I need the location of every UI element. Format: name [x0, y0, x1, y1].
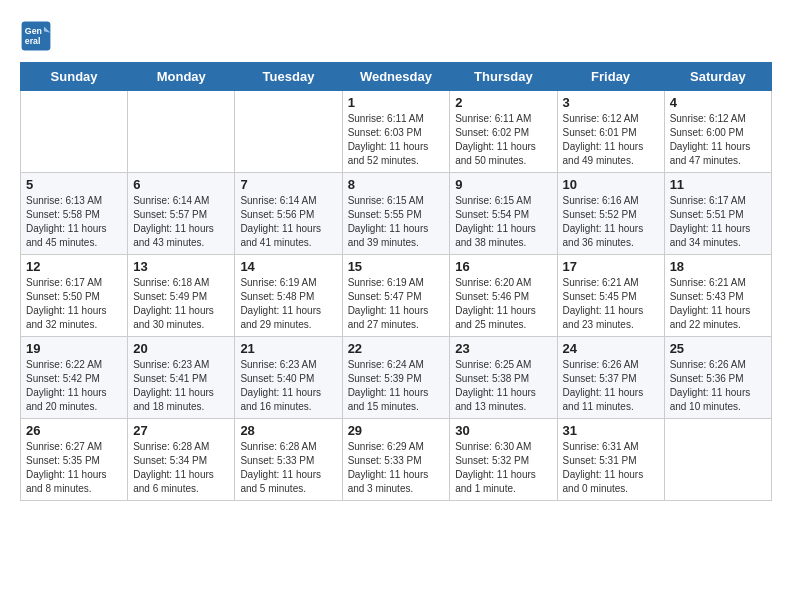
day-number: 8: [348, 177, 445, 192]
calendar-cell: 31Sunrise: 6:31 AM Sunset: 5:31 PM Dayli…: [557, 419, 664, 501]
day-number: 31: [563, 423, 659, 438]
day-number: 14: [240, 259, 336, 274]
day-info: Sunrise: 6:28 AM Sunset: 5:33 PM Dayligh…: [240, 440, 336, 496]
calendar-cell: 20Sunrise: 6:23 AM Sunset: 5:41 PM Dayli…: [128, 337, 235, 419]
calendar-header: SundayMondayTuesdayWednesdayThursdayFrid…: [21, 63, 772, 91]
svg-text:Gen: Gen: [25, 26, 42, 36]
day-info: Sunrise: 6:11 AM Sunset: 6:03 PM Dayligh…: [348, 112, 445, 168]
day-info: Sunrise: 6:31 AM Sunset: 5:31 PM Dayligh…: [563, 440, 659, 496]
day-number: 9: [455, 177, 551, 192]
calendar-cell: 7Sunrise: 6:14 AM Sunset: 5:56 PM Daylig…: [235, 173, 342, 255]
day-number: 16: [455, 259, 551, 274]
weekday-header-tuesday: Tuesday: [235, 63, 342, 91]
calendar-cell: 12Sunrise: 6:17 AM Sunset: 5:50 PM Dayli…: [21, 255, 128, 337]
day-info: Sunrise: 6:15 AM Sunset: 5:55 PM Dayligh…: [348, 194, 445, 250]
calendar-cell: 1Sunrise: 6:11 AM Sunset: 6:03 PM Daylig…: [342, 91, 450, 173]
calendar-cell: 25Sunrise: 6:26 AM Sunset: 5:36 PM Dayli…: [664, 337, 771, 419]
day-info: Sunrise: 6:16 AM Sunset: 5:52 PM Dayligh…: [563, 194, 659, 250]
calendar-cell: 17Sunrise: 6:21 AM Sunset: 5:45 PM Dayli…: [557, 255, 664, 337]
day-info: Sunrise: 6:26 AM Sunset: 5:36 PM Dayligh…: [670, 358, 766, 414]
calendar-cell: 30Sunrise: 6:30 AM Sunset: 5:32 PM Dayli…: [450, 419, 557, 501]
day-number: 15: [348, 259, 445, 274]
weekday-header-saturday: Saturday: [664, 63, 771, 91]
calendar-cell: 8Sunrise: 6:15 AM Sunset: 5:55 PM Daylig…: [342, 173, 450, 255]
day-number: 4: [670, 95, 766, 110]
day-number: 1: [348, 95, 445, 110]
day-number: 10: [563, 177, 659, 192]
calendar-cell: 18Sunrise: 6:21 AM Sunset: 5:43 PM Dayli…: [664, 255, 771, 337]
day-info: Sunrise: 6:28 AM Sunset: 5:34 PM Dayligh…: [133, 440, 229, 496]
day-info: Sunrise: 6:26 AM Sunset: 5:37 PM Dayligh…: [563, 358, 659, 414]
day-info: Sunrise: 6:18 AM Sunset: 5:49 PM Dayligh…: [133, 276, 229, 332]
calendar-cell: 22Sunrise: 6:24 AM Sunset: 5:39 PM Dayli…: [342, 337, 450, 419]
day-info: Sunrise: 6:27 AM Sunset: 5:35 PM Dayligh…: [26, 440, 122, 496]
calendar-cell: 10Sunrise: 6:16 AM Sunset: 5:52 PM Dayli…: [557, 173, 664, 255]
day-info: Sunrise: 6:14 AM Sunset: 5:56 PM Dayligh…: [240, 194, 336, 250]
day-info: Sunrise: 6:11 AM Sunset: 6:02 PM Dayligh…: [455, 112, 551, 168]
day-info: Sunrise: 6:25 AM Sunset: 5:38 PM Dayligh…: [455, 358, 551, 414]
calendar-week-row: 26Sunrise: 6:27 AM Sunset: 5:35 PM Dayli…: [21, 419, 772, 501]
day-info: Sunrise: 6:19 AM Sunset: 5:48 PM Dayligh…: [240, 276, 336, 332]
day-number: 22: [348, 341, 445, 356]
day-number: 7: [240, 177, 336, 192]
day-info: Sunrise: 6:12 AM Sunset: 6:01 PM Dayligh…: [563, 112, 659, 168]
calendar-body: 1Sunrise: 6:11 AM Sunset: 6:03 PM Daylig…: [21, 91, 772, 501]
calendar-cell: 13Sunrise: 6:18 AM Sunset: 5:49 PM Dayli…: [128, 255, 235, 337]
weekday-header-friday: Friday: [557, 63, 664, 91]
day-number: 12: [26, 259, 122, 274]
calendar-cell: 5Sunrise: 6:13 AM Sunset: 5:58 PM Daylig…: [21, 173, 128, 255]
day-info: Sunrise: 6:22 AM Sunset: 5:42 PM Dayligh…: [26, 358, 122, 414]
day-info: Sunrise: 6:17 AM Sunset: 5:50 PM Dayligh…: [26, 276, 122, 332]
calendar-cell: 19Sunrise: 6:22 AM Sunset: 5:42 PM Dayli…: [21, 337, 128, 419]
calendar-cell: [21, 91, 128, 173]
weekday-header-thursday: Thursday: [450, 63, 557, 91]
calendar-week-row: 5Sunrise: 6:13 AM Sunset: 5:58 PM Daylig…: [21, 173, 772, 255]
day-info: Sunrise: 6:24 AM Sunset: 5:39 PM Dayligh…: [348, 358, 445, 414]
day-info: Sunrise: 6:23 AM Sunset: 5:41 PM Dayligh…: [133, 358, 229, 414]
day-info: Sunrise: 6:21 AM Sunset: 5:43 PM Dayligh…: [670, 276, 766, 332]
day-number: 25: [670, 341, 766, 356]
page-header: Gen eral: [20, 20, 772, 52]
calendar-cell: [235, 91, 342, 173]
day-info: Sunrise: 6:15 AM Sunset: 5:54 PM Dayligh…: [455, 194, 551, 250]
logo-icon: Gen eral: [20, 20, 52, 52]
day-number: 13: [133, 259, 229, 274]
logo: Gen eral: [20, 20, 56, 52]
day-number: 11: [670, 177, 766, 192]
calendar-week-row: 1Sunrise: 6:11 AM Sunset: 6:03 PM Daylig…: [21, 91, 772, 173]
day-number: 3: [563, 95, 659, 110]
calendar-week-row: 19Sunrise: 6:22 AM Sunset: 5:42 PM Dayli…: [21, 337, 772, 419]
day-number: 5: [26, 177, 122, 192]
calendar-cell: 2Sunrise: 6:11 AM Sunset: 6:02 PM Daylig…: [450, 91, 557, 173]
day-number: 17: [563, 259, 659, 274]
calendar-cell: [128, 91, 235, 173]
day-info: Sunrise: 6:29 AM Sunset: 5:33 PM Dayligh…: [348, 440, 445, 496]
day-number: 21: [240, 341, 336, 356]
day-number: 18: [670, 259, 766, 274]
day-number: 28: [240, 423, 336, 438]
calendar-cell: 21Sunrise: 6:23 AM Sunset: 5:40 PM Dayli…: [235, 337, 342, 419]
calendar-cell: 4Sunrise: 6:12 AM Sunset: 6:00 PM Daylig…: [664, 91, 771, 173]
day-number: 27: [133, 423, 229, 438]
day-info: Sunrise: 6:23 AM Sunset: 5:40 PM Dayligh…: [240, 358, 336, 414]
calendar-table: SundayMondayTuesdayWednesdayThursdayFrid…: [20, 62, 772, 501]
weekday-header-wednesday: Wednesday: [342, 63, 450, 91]
calendar-week-row: 12Sunrise: 6:17 AM Sunset: 5:50 PM Dayli…: [21, 255, 772, 337]
day-info: Sunrise: 6:19 AM Sunset: 5:47 PM Dayligh…: [348, 276, 445, 332]
day-number: 24: [563, 341, 659, 356]
calendar-cell: 6Sunrise: 6:14 AM Sunset: 5:57 PM Daylig…: [128, 173, 235, 255]
calendar-cell: 3Sunrise: 6:12 AM Sunset: 6:01 PM Daylig…: [557, 91, 664, 173]
day-info: Sunrise: 6:21 AM Sunset: 5:45 PM Dayligh…: [563, 276, 659, 332]
day-number: 20: [133, 341, 229, 356]
day-info: Sunrise: 6:12 AM Sunset: 6:00 PM Dayligh…: [670, 112, 766, 168]
day-info: Sunrise: 6:17 AM Sunset: 5:51 PM Dayligh…: [670, 194, 766, 250]
weekday-header-sunday: Sunday: [21, 63, 128, 91]
day-number: 23: [455, 341, 551, 356]
calendar-cell: 24Sunrise: 6:26 AM Sunset: 5:37 PM Dayli…: [557, 337, 664, 419]
calendar-cell: 11Sunrise: 6:17 AM Sunset: 5:51 PM Dayli…: [664, 173, 771, 255]
day-number: 29: [348, 423, 445, 438]
day-info: Sunrise: 6:13 AM Sunset: 5:58 PM Dayligh…: [26, 194, 122, 250]
day-number: 2: [455, 95, 551, 110]
svg-text:eral: eral: [25, 36, 41, 46]
calendar-cell: 27Sunrise: 6:28 AM Sunset: 5:34 PM Dayli…: [128, 419, 235, 501]
